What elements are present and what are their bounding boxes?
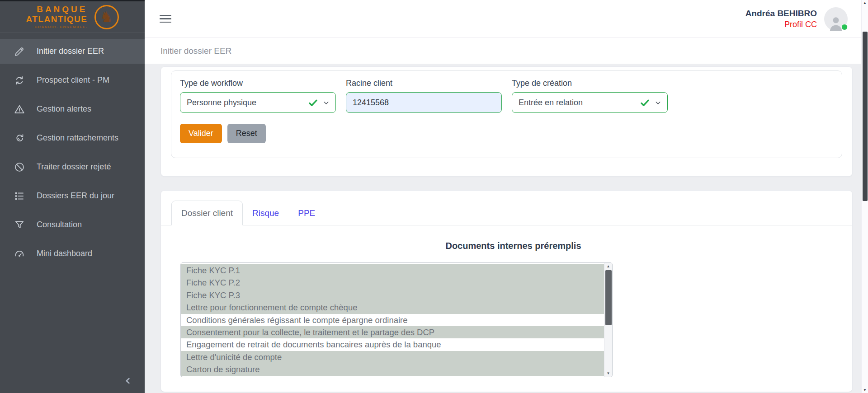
form-fields-row: Type de workflowPersonne physiqueRacine … [180, 79, 833, 113]
user-name: Andréa BEHIBRO [745, 9, 817, 19]
window-scrollbar[interactable]: ▲ ▼ [861, 0, 868, 393]
avatar[interactable] [824, 7, 848, 31]
type-de-workflow-select[interactable]: Personne physique [180, 92, 336, 113]
documents-multiselect[interactable]: Fiche KYC P.1Fiche KYC P.2Fiche KYC P.3L… [180, 262, 613, 377]
field-type-de-workflow: Type de workflowPersonne physique [180, 79, 336, 113]
breadcrumb-item: Initier dossier EER [160, 46, 231, 56]
user-profile-link[interactable]: Profil CC [745, 20, 817, 29]
racine-client-input[interactable] [346, 92, 502, 113]
brand-logo: BANQUE ATLANTIQUE GRANDIR. ENSEMBLE. ♞ [0, 0, 145, 33]
form-actions: Valider Reset [180, 124, 833, 143]
list-scrollbar[interactable]: ▲ ▼ [604, 263, 612, 377]
online-status-dot [841, 24, 848, 30]
tab-dossier-client[interactable]: Dossier client [171, 201, 243, 225]
brand-tagline: GRANDIR. ENSEMBLE. [26, 25, 87, 29]
user-info: Andréa BEHIBRO Profil CC [745, 7, 848, 31]
dossier-card: Dossier clientRisquePPE Documents intern… [160, 190, 853, 392]
brand-wordmark: BANQUE ATLANTIQUE GRANDIR. ENSEMBLE. [26, 5, 87, 29]
hamburger-menu-icon[interactable] [160, 15, 171, 23]
app-window: BANQUE ATLANTIQUE GRANDIR. ENSEMBLE. ♞ I… [0, 0, 868, 393]
sidebar-item-label: Gestion alertes [37, 104, 91, 114]
funnel-icon [13, 219, 25, 231]
chevron-down-icon [654, 99, 662, 107]
list-item[interactable]: Fiche KYC P.2 [181, 276, 604, 289]
chevron-down-icon [322, 99, 330, 107]
field-racine-client: Racine client [346, 79, 502, 113]
sidebar-item-label: Gestion rattachements [37, 133, 118, 143]
sidebar-collapse-button[interactable] [123, 376, 133, 388]
field-label: Racine client [346, 79, 502, 88]
sidebar-item-label: Mini dashboard [37, 249, 92, 258]
brand-line2: ATLANTIQUE [26, 15, 87, 23]
sidebar-item-label: Traiter dossier rejeté [37, 162, 111, 172]
documents-section-divider: Documents internes préremplis [179, 241, 848, 251]
window-scroll-up-icon[interactable]: ▲ [862, 0, 868, 6]
list-item[interactable]: Fiche KYC P.1 [181, 264, 604, 276]
valid-check-icon [640, 98, 650, 108]
documents-list: Fiche KYC P.1Fiche KYC P.2Fiche KYC P.3L… [181, 263, 604, 376]
horse-emblem-icon: ♞ [94, 5, 119, 29]
pencil-icon [13, 45, 25, 57]
list-icon [13, 190, 25, 202]
list-scrollbar-thumb[interactable] [605, 270, 612, 325]
alert-triangle-icon [13, 103, 25, 115]
window-scrollbar-thumb[interactable] [863, 32, 868, 201]
sidebar-item-consultation[interactable]: Consultation [0, 212, 145, 237]
tab-label: Risque [252, 208, 279, 218]
valider-button[interactable]: Valider [180, 124, 222, 143]
sidebar: BANQUE ATLANTIQUE GRANDIR. ENSEMBLE. ♞ I… [0, 0, 145, 393]
sidebar-item-label: Prospect client - PM [37, 75, 109, 85]
field-label: Type de création [512, 79, 668, 88]
valid-check-icon [308, 98, 318, 108]
tab-label: Dossier client [181, 208, 233, 218]
attach-loop-icon [13, 132, 25, 144]
sync-icon [13, 74, 25, 86]
list-item[interactable]: Conditions générales régissant le compte… [181, 314, 604, 326]
main-area: Andréa BEHIBRO Profil CC Initier dossier… [145, 0, 861, 393]
list-item[interactable]: Engagement de retrait de documents banca… [181, 338, 604, 351]
field-label: Type de workflow [180, 79, 336, 88]
sidebar-item-label: Dossiers EER du jour [37, 191, 114, 201]
tab-label: PPE [298, 208, 315, 218]
divider-line-left [179, 246, 427, 246]
top-bar: Andréa BEHIBRO Profil CC [145, 0, 861, 38]
sidebar-item-label: Consultation [37, 220, 82, 229]
tab-risque[interactable]: Risque [243, 201, 288, 225]
tab-ppe[interactable]: PPE [288, 201, 325, 225]
user-text: Andréa BEHIBRO Profil CC [745, 9, 817, 29]
scroll-up-arrow-icon[interactable]: ▲ [604, 263, 612, 270]
select-value: Personne physique [187, 98, 308, 108]
reset-button[interactable]: Reset [227, 124, 266, 143]
sidebar-menu: Initier dossier EERProspect client - PMG… [0, 33, 145, 266]
sidebar-item-dossiers-eer-du-jour[interactable]: Dossiers EER du jour [0, 183, 145, 208]
workflow-form-box: Type de workflowPersonne physiqueRacine … [171, 70, 842, 158]
type-de-creation-select[interactable]: Entrée en relation [512, 92, 668, 113]
tab-bar: Dossier clientRisquePPE [161, 191, 852, 225]
list-item[interactable]: Fiche KYC P.3 [181, 289, 604, 301]
divider-line-right [599, 246, 848, 246]
sidebar-item-label: Initier dossier EER [37, 47, 104, 56]
list-item[interactable]: Carton de signature [181, 363, 604, 375]
list-item[interactable]: Lettre pour fonctionnement de compte chè… [181, 301, 604, 313]
workflow-form-card: Type de workflowPersonne physiqueRacine … [160, 66, 853, 177]
chevron-left-icon [123, 379, 133, 387]
sidebar-item-gestion-alertes[interactable]: Gestion alertes [0, 97, 145, 122]
sidebar-item-prospect-client-pm[interactable]: Prospect client - PM [0, 68, 145, 93]
breadcrumb: Initier dossier EER [145, 38, 861, 64]
sidebar-item-gestion-rattachements[interactable]: Gestion rattachements [0, 126, 145, 150]
documents-heading: Documents internes préremplis [445, 241, 581, 251]
sidebar-item-traiter-dossier-rejete[interactable]: Traiter dossier rejeté [0, 154, 145, 179]
sidebar-item-mini-dashboard[interactable]: Mini dashboard [0, 241, 145, 266]
list-item[interactable]: Consentement pour la collecte, le traite… [181, 326, 604, 338]
sidebar-item-initier-dossier-eer[interactable]: Initier dossier EER [0, 39, 145, 64]
scroll-down-arrow-icon[interactable]: ▼ [604, 370, 612, 377]
gauge-icon [13, 248, 25, 260]
select-value: Entrée en relation [519, 98, 640, 108]
page-content: Type de workflowPersonne physiqueRacine … [145, 64, 861, 392]
slash-circle-icon [13, 161, 25, 173]
field-type-de-creation: Type de créationEntrée en relation [512, 79, 668, 113]
list-item[interactable]: Lettre d'unicité de compte [181, 351, 604, 363]
brand-line1: BANQUE [26, 5, 87, 14]
window-scroll-down-icon[interactable]: ▼ [862, 387, 868, 393]
